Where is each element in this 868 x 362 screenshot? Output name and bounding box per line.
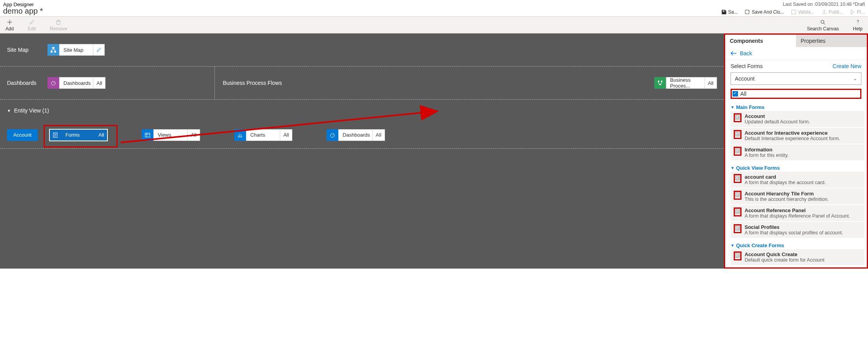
form-title: Account Quick Create [745, 251, 824, 257]
save-icon [721, 9, 727, 15]
bpf-pill[interactable]: All [705, 77, 717, 89]
form-title: Account Hierarchy Tile Form [745, 191, 829, 197]
form-item[interactable]: Account Reference PanelA form that displ… [731, 205, 864, 221]
edit-button[interactable]: Edit [28, 19, 36, 32]
form-desc: This is the account hierarchy definition… [745, 197, 829, 202]
help-icon [855, 19, 861, 25]
form-desc: Updated default Account form. [745, 119, 810, 125]
sitemap-label: Site Map [7, 47, 40, 53]
sitemap-icon [47, 44, 59, 56]
checkbox[interactable] [735, 253, 740, 258]
form-title: Account [745, 113, 810, 119]
checkbox[interactable] [735, 175, 740, 181]
save-button[interactable]: Sa... [721, 9, 738, 15]
pencil-icon [29, 19, 35, 25]
form-item[interactable]: Account for Interactive experienceDefaul… [731, 128, 864, 144]
form-item[interactable]: Account Hierarchy Tile FormThis is the a… [731, 188, 864, 204]
back-link[interactable]: Back [731, 50, 861, 56]
form-title: Account for Interactive experience [745, 130, 840, 136]
group-quick-view[interactable]: ▼Quick View Forms [725, 163, 867, 172]
chevron-down-icon: ⌄ [853, 76, 857, 81]
bpf-tile[interactable]: Business Proces... All [654, 77, 717, 89]
canvas[interactable]: Site Map Site Map Dashboards Dashboards [0, 33, 724, 269]
dashboards-label: Dashboards [7, 80, 40, 86]
trash-icon [55, 19, 61, 25]
svg-point-1 [821, 20, 824, 23]
form-desc: A form for this entity. [745, 153, 789, 158]
group-main-forms[interactable]: ▼Main Forms [725, 102, 867, 111]
entity-view-toggle[interactable]: ▼ Entity View (1) [7, 107, 49, 114]
plus-icon [7, 19, 13, 25]
dashboard2-icon [327, 129, 338, 141]
forms-tile-group[interactable]: Forms All [49, 129, 107, 141]
validate-icon [791, 9, 796, 15]
checkbox[interactable] [735, 209, 740, 214]
search-canvas-button[interactable]: Search Canvas [807, 19, 839, 32]
form-desc: Default quick create form for Account [745, 257, 824, 263]
svg-rect-10 [145, 133, 150, 137]
bpf-label: Business Process Flows [223, 80, 285, 86]
checkbox[interactable] [735, 225, 740, 231]
form-item[interactable]: InformationA form for this entity. [731, 144, 864, 160]
help-button[interactable]: Help [853, 19, 863, 32]
svg-point-6 [658, 81, 659, 82]
checkbox-all[interactable] [733, 91, 738, 97]
entity-button-account[interactable]: Account [7, 129, 38, 141]
checkbox[interactable] [735, 114, 740, 120]
form-title: Information [745, 147, 789, 153]
form-item[interactable]: AccountUpdated default Account form. [731, 111, 864, 127]
forms-icon [49, 129, 61, 141]
play-button[interactable]: Pl... [850, 9, 865, 15]
svg-rect-3 [51, 51, 53, 53]
dashboards-tile-group[interactable]: Dashboards All [327, 129, 385, 141]
remove-button[interactable]: Remove [50, 19, 67, 32]
dashboards2-pill[interactable]: All [372, 129, 385, 141]
form-title: Social Profiles [745, 224, 843, 230]
form-desc: A form that displays the account card. [745, 180, 826, 185]
form-desc: A form that displays social profiles of … [745, 230, 843, 235]
publish-icon [822, 9, 827, 15]
group-quick-create[interactable]: ▼Quick Create Forms [725, 240, 867, 249]
charts-pill[interactable]: All [280, 129, 292, 141]
sitemap-row: Site Map Site Map [0, 33, 724, 67]
create-new-link[interactable]: Create New [833, 63, 861, 69]
check-all[interactable]: All [731, 89, 861, 99]
bpf-icon [654, 77, 666, 89]
svg-rect-2 [52, 47, 54, 49]
publish-button[interactable]: Publi... [822, 9, 843, 15]
svg-point-7 [661, 81, 662, 82]
pencil-icon [96, 47, 102, 53]
page-title: demo app * [3, 7, 43, 16]
entity-dropdown[interactable]: Account ⌄ [731, 72, 861, 85]
entity-row-account: Account Forms All Views All Charts [0, 121, 724, 149]
sitemap-edit[interactable] [93, 44, 105, 56]
dashboards-pill[interactable]: All [93, 77, 105, 89]
entity-view-header: ▼ Entity View (1) [0, 100, 724, 121]
checkbox[interactable] [735, 131, 740, 137]
forms-pill[interactable]: All [95, 129, 107, 141]
last-saved-status: Last Saved on :03/09/2021 10:48 *Draft [721, 2, 865, 7]
back-arrow-icon [731, 51, 737, 56]
header-bar: App Designer demo app * Last Saved on :0… [0, 0, 868, 17]
form-item[interactable]: Social ProfilesA form that displays soci… [731, 222, 864, 238]
validate-button[interactable]: Valida... [791, 9, 814, 15]
form-item[interactable]: account cardA form that displays the acc… [731, 172, 864, 188]
form-title: account card [745, 174, 826, 180]
views-tile-group[interactable]: Views All [142, 129, 200, 141]
charts-tile-group[interactable]: Charts All [234, 129, 292, 141]
save-and-close-button[interactable]: Save And Clo... [745, 9, 784, 15]
dashboards-tile[interactable]: Dashboards All [47, 77, 105, 89]
checkbox[interactable] [735, 192, 740, 197]
views-pill[interactable]: All [187, 129, 200, 141]
tab-components[interactable]: Components [725, 35, 796, 47]
checkbox[interactable] [735, 148, 740, 153]
dashboard-icon [47, 77, 59, 89]
tab-properties[interactable]: Properties [796, 35, 867, 47]
views-icon [142, 129, 153, 141]
add-button[interactable]: Add [5, 19, 14, 32]
save-close-icon [745, 9, 750, 15]
form-desc: Default Interactive experience Account f… [745, 136, 840, 141]
sitemap-tile[interactable]: Site Map [47, 44, 105, 56]
play-icon [850, 9, 855, 15]
form-item[interactable]: Account Quick CreateDefault quick create… [731, 249, 864, 265]
